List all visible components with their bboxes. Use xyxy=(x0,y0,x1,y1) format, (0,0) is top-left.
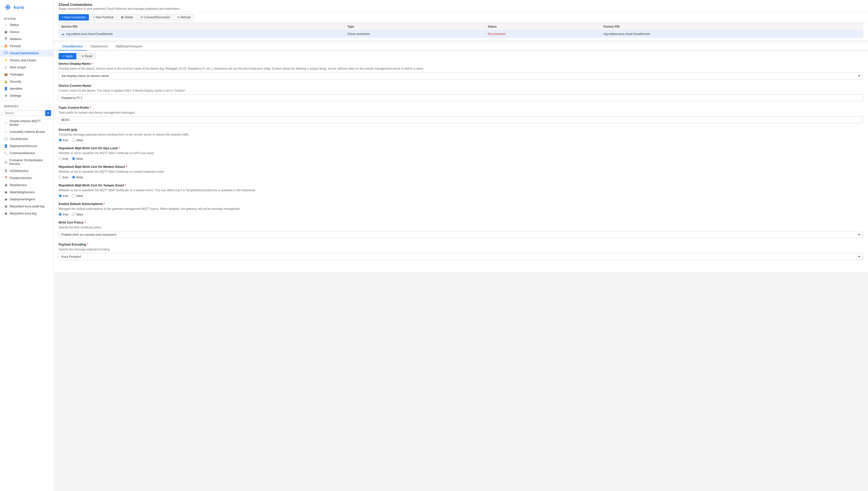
label-enable-default-subscriptions: Enable Default Subscriptions * xyxy=(59,202,863,206)
sidebar-label-identities: Identities xyxy=(10,87,23,90)
sidebar-item-wire-graph[interactable]: ⑇ Wire Graph xyxy=(0,64,54,71)
cloud-row-icon: ☁ xyxy=(61,32,64,36)
radio-encode-gzip: true false xyxy=(59,138,863,142)
cloud-connections-icon xyxy=(4,51,8,55)
status-badge: Disconnected xyxy=(488,32,506,36)
radio-republish-tamper-event-true[interactable]: true xyxy=(59,194,68,198)
h2db-icon: 🗄 xyxy=(4,169,8,173)
container-orchestration-icon: ◎ xyxy=(4,160,7,164)
table-header-row: Service PID Type Status Factory PID xyxy=(59,23,863,31)
services-search-row: + xyxy=(0,109,54,117)
select-device-display-name[interactable]: Set display name as device name Hostname… xyxy=(59,72,863,79)
sidebar-item-network[interactable]: Network xyxy=(0,35,54,42)
radio-republish-gps-lock-true[interactable]: true xyxy=(59,157,68,161)
radio-enable-default-subscriptions-false[interactable]: false xyxy=(72,212,83,216)
col-status: Status xyxy=(485,23,601,31)
sidebar-label-clock-service: ClockService xyxy=(10,137,28,141)
radio-republish-modem-detect-true[interactable]: true xyxy=(59,175,68,179)
sidebar-item-deployment-service[interactable]: 👤 DeploymentService xyxy=(0,142,54,149)
sidebar-label-network: Network xyxy=(10,37,22,41)
sidebar-label-position-service: PositionService xyxy=(10,176,32,180)
connections-table-wrap: Service PID Type Status Factory PID ☁ or… xyxy=(54,23,868,40)
content-area: Cloud Connections Setup connections to y… xyxy=(54,0,868,491)
services-section-title: Services xyxy=(0,103,54,109)
table-row[interactable]: ☁ org.eclipse.kura.cloud.CloudService Cl… xyxy=(59,31,863,38)
desc-encode-gzip: Compress message payloads before sending… xyxy=(59,133,863,137)
sidebar-label-status: Status xyxy=(10,23,19,27)
device-icon: ▣ xyxy=(4,30,8,34)
delete-button[interactable]: 🗑 Delete xyxy=(118,14,136,21)
sidebar-item-status[interactable]: ! Status xyxy=(0,21,54,28)
desc-republish-modem-detect: Whether or not to republish the MQTT Bir… xyxy=(59,170,863,174)
sidebar-item-cloud-connections[interactable]: Cloud Connections xyxy=(0,50,54,57)
radio-republish-gps-lock: true false xyxy=(59,157,863,161)
search-input[interactable] xyxy=(2,110,44,116)
connect-disconnect-button[interactable]: ↻ Connect/Disconnect xyxy=(137,14,173,21)
clock-service-icon: 🕐 xyxy=(4,137,8,141)
col-factory-pid: Factory PID xyxy=(601,23,863,31)
sidebar-item-clock-service[interactable]: 🕐 ClockService xyxy=(0,135,54,142)
sidebar-item-drivers-assets[interactable]: ⚡ Drivers and Assets xyxy=(0,57,54,64)
field-topic-control-prefix: Topic Control-Prefix * Topic prefix for … xyxy=(59,106,863,123)
sidebar-item-identities[interactable]: 👤 Identities xyxy=(0,85,54,92)
sidebar-item-packages[interactable]: 📦 Packages xyxy=(0,71,54,78)
col-type: Type xyxy=(345,23,485,31)
label-topic-control-prefix: Topic Control-Prefix * xyxy=(59,106,863,110)
input-topic-control-prefix[interactable] xyxy=(59,116,863,123)
sidebar-item-device[interactable]: ▣ Device xyxy=(0,28,54,35)
sidebar-item-filesystem-audit-log[interactable]: ◉ filesystem-kura-audit-log xyxy=(0,203,54,210)
sidebar-label-firewall: Firewall xyxy=(10,44,21,48)
filesystem-log-icon: ◉ xyxy=(4,211,8,215)
select-birth-cert-policy[interactable]: Publish birth on connect and reconnect P… xyxy=(59,231,863,238)
sidebar-item-h2db[interactable]: 🗄 H2DbService xyxy=(0,167,54,174)
settings-icon: ⚙ xyxy=(4,94,8,97)
sidebar-label-filesystem-log: filesystem-kura-log xyxy=(10,211,36,215)
select-payload-encoding[interactable]: Kura Protobuf Simple JSON xyxy=(59,253,863,260)
tab-cloud-service[interactable]: CloudService xyxy=(59,42,87,51)
system-section-title: System xyxy=(0,15,54,21)
label-republish-gps-lock: Republish Mqtt Birth Cert On Gps Lock * xyxy=(59,146,863,150)
add-service-button[interactable]: + xyxy=(45,110,51,116)
activemq-icon: ~ xyxy=(4,130,8,134)
firewall-icon: 🔥 xyxy=(4,44,8,48)
radio-republish-tamper-event-false[interactable]: false xyxy=(72,194,83,198)
radio-republish-gps-lock-false[interactable]: false xyxy=(72,157,83,161)
sidebar-item-security[interactable]: 🔒 Security xyxy=(0,78,54,85)
config-panel: ✓ Apply ✕ Reset Device Display-Name * Fr… xyxy=(54,51,868,272)
label-birth-cert-policy: Birth Cert Policy * xyxy=(59,221,863,224)
sidebar-item-filesystem-log[interactable]: ◉ filesystem-kura-log xyxy=(0,210,54,217)
sidebar-item-activemq[interactable]: ~ ActiveMQ Artemis Broker xyxy=(0,128,54,135)
sidebar-item-deployment-agent[interactable]: ◉ DeploymentAgent xyxy=(0,196,54,203)
sidebar-item-settings[interactable]: ⚙ Settings xyxy=(0,92,54,99)
tab-mqtt-data-transport[interactable]: MqttDataTransport xyxy=(112,42,146,51)
radio-republish-modem-detect-false[interactable]: false xyxy=(72,175,83,179)
new-pub-sub-button[interactable]: + New Pub/Sub xyxy=(90,14,117,21)
sidebar-item-container-orchestration[interactable]: ◎ Container Orchestration Service xyxy=(0,156,54,167)
new-connection-button[interactable]: + New Connection xyxy=(59,14,89,21)
reset-button[interactable]: ✕ Reset xyxy=(78,53,96,59)
radio-enable-default-subscriptions-true[interactable]: true xyxy=(59,212,68,216)
sidebar-item-rest-service[interactable]: ◉ RestService xyxy=(0,181,54,189)
refresh-button[interactable]: ↻ Refresh xyxy=(174,14,194,21)
apply-button[interactable]: ✓ Apply xyxy=(59,53,77,59)
drivers-assets-icon: ⚡ xyxy=(4,58,8,62)
sidebar-item-firewall[interactable]: 🔥 Firewall xyxy=(0,42,54,50)
sidebar-item-watchdog-service[interactable]: ◉ WatchdogService xyxy=(0,189,54,196)
tab-data-service[interactable]: DataService xyxy=(87,42,112,51)
watchdog-service-icon: ◉ xyxy=(4,190,8,194)
logo: kura xyxy=(0,0,54,15)
svg-point-1 xyxy=(7,7,9,8)
label-device-display-name: Device Display-Name * xyxy=(59,62,863,65)
sidebar-label-security: Security xyxy=(10,80,21,83)
command-service-icon: >_ xyxy=(4,151,8,155)
col-service-pid: Service PID xyxy=(59,23,345,31)
sidebar-item-simple-artemis[interactable]: ~ Simple Artemis MQTT Broker xyxy=(0,117,54,128)
sidebar-item-command-service[interactable]: >_ CommandService xyxy=(0,149,54,156)
sidebar-label-filesystem-audit-log: filesystem-kura-audit-log xyxy=(10,204,44,208)
sidebar: kura System ! Status ▣ Device Network 🔥 … xyxy=(0,0,54,491)
field-birth-cert-policy: Birth Cert Policy * Specify the birth ce… xyxy=(59,221,863,238)
sidebar-item-position-service[interactable]: 📍 PositionService xyxy=(0,174,54,181)
radio-encode-gzip-false[interactable]: false xyxy=(72,138,83,142)
radio-encode-gzip-true[interactable]: true xyxy=(59,138,68,142)
input-device-custom-name[interactable] xyxy=(59,94,863,102)
